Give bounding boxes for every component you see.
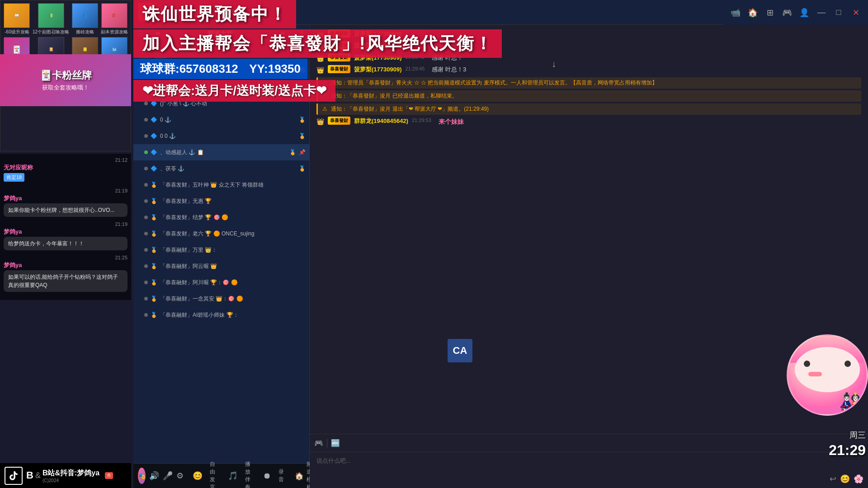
channel-sub-item-8[interactable]: 🏅 「恭喜发财」无惠 🏆 [133, 193, 309, 209]
topright-game-icon[interactable]: 🎮 [779, 5, 795, 20]
channel-list: 👑 🏅 「恭喜發財」菁火火 ☆ ☆ ⚓ 🎀 🎀 🔷 ()" 小葱 \ ⚓ 心不动… [133, 79, 309, 463]
topright-close-icon[interactable]: ✕ [848, 5, 863, 20]
tiktok-brand: B & B站&抖音:梦鸽ya (C)2024 ® [0, 463, 131, 488]
channel-sub-item-14[interactable]: 🏅 「恭喜融财」一念其安 👑：🎯 🟠 [133, 291, 309, 307]
registered-badge: ® [105, 472, 113, 479]
user-avatar[interactable]: 🎭 [138, 468, 146, 484]
mode-dropdown[interactable]: 麦序模式 ▾ [170, 46, 206, 57]
sub-channel-text-8: 「恭喜发财」无惠 🏆 [160, 197, 306, 205]
input-translate-icon[interactable]: 🔤 [331, 439, 340, 447]
avatar-circle: 🎎 [787, 334, 868, 416]
channel-more-icon[interactable]: ⋯ [287, 67, 292, 73]
msg-user-3[interactable]: 菠萝梨(17730909) [354, 53, 402, 63]
channel-sub-item-15[interactable]: 🏅 「恭喜融财」AI碧瑶小师妹 🏆： [133, 307, 309, 323]
chat-username-1[interactable]: 无对应昵称 [4, 164, 127, 172]
topright-minimize-icon[interactable]: — [814, 5, 829, 20]
channel-sub-item-10[interactable]: 🏅 「恭喜发财」老六 🏆 🟠 ONCE_sujing [133, 225, 309, 242]
chat-username-3[interactable]: 梦鸽ya [4, 228, 127, 236]
channel-sub-item-12[interactable]: 🏅 「恭喜融财」阿云喔 👑 [133, 258, 309, 274]
sidebar-more-icon[interactable]: ⋮ [146, 30, 152, 38]
msg-medal-3: 恭喜發財 [328, 53, 350, 61]
emoji-icon[interactable]: 😊 [193, 469, 203, 483]
channel-sub-item-4[interactable]: 🔷 0 0 ⚓ 🏅 [133, 128, 309, 144]
recording-btn[interactable]: 录音 [275, 466, 288, 485]
channel-sub-item-6[interactable]: 🔷 、茯苓 ⚓ 🏅 [133, 160, 309, 177]
guide-icon-3: 📘 [72, 3, 98, 28]
sidebar-location-icon[interactable]: 📍 [298, 30, 306, 38]
channel-dot-7 [144, 183, 148, 187]
sidebar-options-icon[interactable]: ⋯ [288, 29, 295, 38]
sub-channel-text-7: 「恭喜发财」五叶神 👑 众之天下 将领群雄 [160, 181, 306, 189]
channel-sub-item-9[interactable]: 🏅 「恭喜发财」结梦 🏆 🎯 🟠 [133, 209, 309, 225]
gold-icon-13: 🏅 [151, 279, 157, 286]
medal-6: 🏅 [299, 165, 306, 172]
msg-crown-1: 👑 [316, 29, 324, 39]
volume-icon[interactable]: 🔊 [149, 469, 159, 483]
play-bgm-btn[interactable]: 播放伴奏 [241, 459, 254, 488]
msg-user-1[interactable]: 菠萝梨(17730909) [354, 29, 402, 39]
guide-item-2[interactable]: 📗 12个副图召唤攻略 [33, 3, 69, 35]
channel-sub-item-2[interactable]: 🔷 ()" 小葱 \ ⚓ 心不动 [133, 95, 309, 112]
topright-grid-icon[interactable]: ⊞ [762, 5, 778, 20]
toolbar-grid-btn[interactable]: ⊞ [138, 46, 151, 58]
topright-user-icon[interactable]: 👤 [797, 5, 812, 20]
send-icon[interactable]: 🌸 [854, 474, 863, 484]
topright-maximize-icon[interactable]: □ [831, 5, 846, 20]
msg-time-1: 21:29:40 [406, 29, 425, 38]
guide-icon-2: 📗 [38, 3, 64, 28]
sidebar-toolbar: ⊞ ⋮ 麦序模式 ▾ [133, 43, 309, 61]
channel-sub-item-1[interactable]: 👑 🏅 「恭喜發財」菁火火 ☆ ☆ ⚓ 🎀 🎀 [133, 79, 309, 95]
channel-sub-item-7[interactable]: 🏅 「恭喜发财」五叶神 👑 众之天下 将领群雄 [133, 177, 309, 193]
chat-username-4[interactable]: 梦鸽ya [4, 261, 127, 269]
free-talk-btn[interactable]: 自由发言 [206, 459, 219, 488]
reply-icon[interactable]: ↩ [830, 474, 836, 484]
card-banner-title: 🃏卡粉丝牌 [40, 69, 92, 82]
topright-camera-icon[interactable]: 📹 [728, 5, 743, 20]
mic-icon[interactable]: 🎤 [163, 469, 173, 483]
main-content: 诛 诛仙世界 风华绝代 天衡阵营 ☰ ⋮ ❤ 帮派大厅 ❤ ⋯ 📍 ⊞ ⋮ [133, 0, 868, 488]
channel-settings-icon[interactable]: ⊙ [143, 67, 148, 73]
msg-row-4: 👑 恭喜發財 菠萝梨(17730909) 21:29:45 感谢 叶总！3 [316, 65, 861, 75]
chat-input-field[interactable] [310, 452, 868, 470]
content-split: ☰ ⋮ ❤ 帮派大厅 ❤ ⋯ 📍 ⊞ ⋮ 麦序模式 ▾ ⊙ [133, 25, 868, 488]
sub-channel-text-14: 「恭喜融财」一念其安 👑：🎯 🟠 [160, 295, 306, 303]
gold-icon-10: 🏅 [151, 230, 157, 237]
notice-icon-2: ⚠ [322, 93, 327, 99]
sidebar-list-icon[interactable]: ☰ [137, 29, 143, 38]
guide-item-4[interactable]: 📕 副本资源攻略 [100, 3, 128, 35]
msg-user-2[interactable]: 菠萝梨(17730909) [354, 41, 402, 51]
channel-heart-icon-2: ❤ [279, 66, 284, 74]
toolbar-dots-btn[interactable]: ⋮ [154, 46, 167, 58]
avatar-day-label: 周三 [849, 430, 866, 441]
tiktok-b-icon: B [26, 469, 33, 481]
channel-sub-item-5[interactable]: 🔷 、动感超人 ⚓ 📋 🏅 📌 [133, 144, 309, 160]
chat-input-toolbar: 🎮 🔤 [310, 434, 868, 452]
guide-item-1[interactable]: 📖 -60级升攻略 [3, 3, 31, 35]
tiktok-text-area: B & B站&抖音:梦鸽ya (C)2024 [26, 468, 99, 483]
sub-channel-text-4: 0 0 ⚓ [160, 133, 296, 139]
music-icon[interactable]: 🎵 [228, 469, 238, 483]
chat-username-2[interactable]: 梦鸽ya [4, 194, 127, 202]
input-game-icon[interactable]: 🎮 [314, 439, 323, 447]
guide-item-3[interactable]: 📘 搬砖攻略 [71, 3, 99, 35]
channel-sub-item-3[interactable]: 🔷 0 ⚓ 🏅 [133, 112, 309, 128]
home-icon[interactable]: 🏠 [295, 470, 304, 481]
channel-sub-item-13[interactable]: 🏅 「恭喜融财」阿川喔 🏆：🎯 🟠 [133, 274, 309, 291]
msg-text-2: 感谢 叶总！ [432, 41, 463, 51]
settings-icon[interactable]: ⚙ [176, 469, 184, 483]
topright-home-icon[interactable]: 🏠 [745, 5, 760, 20]
rank-icon-2: 🔷 [151, 100, 157, 107]
msg-user-5[interactable]: 群群龙(1940845642) [354, 117, 408, 126]
channel-sub-item-11[interactable]: 🏅 「恭喜融财」万里 👑： [133, 242, 309, 258]
main-chat: 👑 恭喜發財 菠萝梨(17730909) 21:29:40 👑 恭喜發財 菠萝梨… [310, 25, 868, 488]
main-channel-label: ❤ 帮派大厅 ❤ [159, 66, 276, 74]
msg-user-4[interactable]: 菠萝梨(17730909) [354, 65, 402, 75]
chat-bubble-4: 如果可以的话,能给鸽子开个钻粉吗？这对鸽子真的很重要QAQ [4, 270, 127, 292]
emoji-picker-icon[interactable]: 😊 [840, 474, 850, 484]
record-icon[interactable]: ⏺ [263, 469, 271, 483]
scroll-down-icon[interactable]: ↓ [552, 59, 556, 69]
guide-label-4: 副本资源攻略 [100, 29, 128, 35]
tiktok-info: B站&抖音:梦鸽ya (C)2024 [42, 468, 99, 483]
medal-4: 🏅 [299, 133, 306, 139]
main-channel-item[interactable]: ⊙ ❤ ❤ 帮派大厅 ❤ ❤ ⋯ 67 [133, 61, 309, 79]
